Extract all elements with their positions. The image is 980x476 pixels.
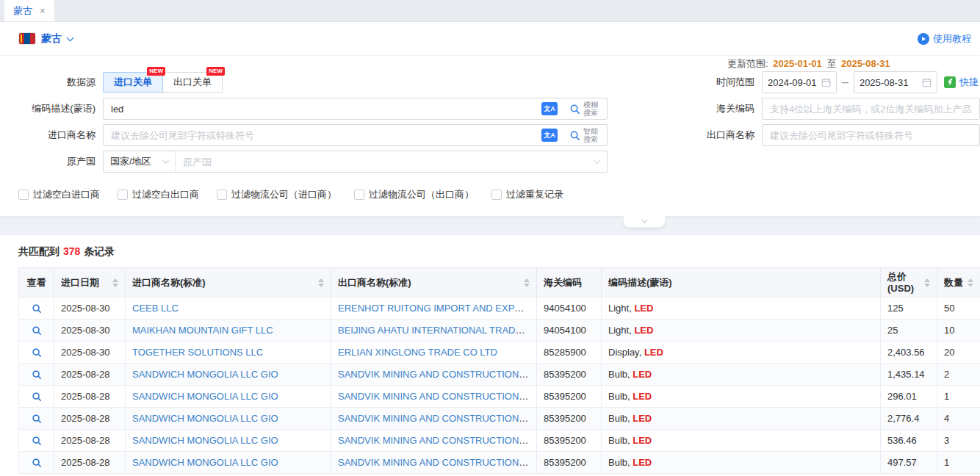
checkbox-label: 过滤物流公司（进口商） bbox=[231, 188, 336, 201]
checkbox-icon[interactable] bbox=[18, 190, 29, 200]
importer-link[interactable]: CEEB LLC bbox=[132, 303, 179, 314]
filter-checkbox[interactable]: 过滤重复记录 bbox=[491, 188, 563, 201]
code-desc-input[interactable] bbox=[104, 104, 541, 115]
sort-icon[interactable] bbox=[968, 278, 973, 287]
import-date-cell: 2025-08-28 bbox=[54, 430, 126, 452]
checkbox-icon[interactable] bbox=[491, 190, 502, 200]
sort-icon[interactable] bbox=[924, 278, 930, 287]
page-tab[interactable]: 蒙古 × bbox=[4, 0, 54, 21]
smart-search-label: 智能搜索 bbox=[583, 127, 601, 143]
importer-cell: SANDWICH MONGOLIA LLC GIO bbox=[126, 364, 331, 386]
view-record-button[interactable] bbox=[32, 458, 42, 468]
chevron-down-icon[interactable] bbox=[67, 34, 74, 41]
view-cell bbox=[19, 430, 54, 452]
header-qty[interactable]: 数量 bbox=[937, 268, 980, 298]
view-record-button[interactable] bbox=[32, 369, 42, 380]
sort-icon[interactable] bbox=[524, 278, 530, 287]
code-desc-label: 编码描述(蒙语) bbox=[0, 102, 103, 115]
translate-icon[interactable]: 文A bbox=[541, 102, 558, 115]
total-cell: 497.57 bbox=[881, 452, 937, 474]
header-import-date[interactable]: 进口日期 bbox=[54, 268, 126, 298]
importer-link[interactable]: SANDWICH MONGOLIA LLC GIO bbox=[132, 369, 278, 380]
importer-link[interactable]: SANDWICH MONGOLIA LLC GIO bbox=[132, 413, 278, 424]
filter-checkbox[interactable]: 过滤空白出口商 bbox=[118, 188, 199, 201]
desc-highlight: LED bbox=[633, 457, 652, 468]
tutorial-link[interactable]: 使用教程 bbox=[918, 32, 973, 46]
hs-code-cell: 85395200 bbox=[537, 452, 602, 474]
table-row: 2025-08-28SANDWICH MONGOLIA LLC GIOSANDV… bbox=[19, 386, 980, 408]
header-view: 查看 bbox=[19, 268, 54, 298]
filter-checkbox[interactable]: 过滤物流公司（出口商） bbox=[354, 188, 474, 201]
date-start-picker[interactable] bbox=[762, 71, 837, 93]
checkbox-icon[interactable] bbox=[217, 190, 227, 200]
filter-checkbox[interactable]: 过滤物流公司（进口商） bbox=[217, 188, 336, 201]
data-source-label: 数据源 bbox=[0, 76, 103, 89]
region-select[interactable]: 国家/地区 bbox=[104, 151, 176, 172]
close-icon[interactable]: × bbox=[40, 6, 46, 15]
view-cell bbox=[19, 320, 54, 342]
browser-tab-bar: 蒙古 × bbox=[0, 0, 980, 22]
importer-input[interactable] bbox=[104, 130, 541, 141]
results-table: 查看 进口日期 进口商名称(标准) 出口商名称(标准) 海关编码 编码描述(蒙语… bbox=[18, 267, 980, 474]
exporter-link[interactable]: ERLIAN XINGLONG TRADE CO LTD bbox=[338, 347, 497, 358]
view-record-button[interactable] bbox=[32, 392, 42, 402]
desc-cell: Bulb, LED bbox=[602, 430, 881, 452]
search-icon bbox=[32, 436, 42, 446]
view-record-button[interactable] bbox=[32, 414, 42, 424]
exporter-link[interactable]: SANDVIK MINING AND CONSTRUCTION L... bbox=[338, 457, 535, 468]
fuzzy-search-button[interactable]: 模糊搜索 bbox=[563, 98, 607, 119]
sort-icon[interactable] bbox=[112, 278, 118, 287]
region-select-value: 国家/地区 bbox=[110, 155, 151, 168]
importer-link[interactable]: MAIKHAN MOUNTAIN GIFT LLC bbox=[132, 325, 273, 336]
qty-cell: 4 bbox=[937, 408, 980, 430]
page: 蒙古 × 蒙古 使用教程 更新范围: 2025-01-01 至 2025-08-… bbox=[0, 0, 980, 476]
desc-highlight: LED bbox=[644, 347, 663, 358]
header-exporter[interactable]: 出口商名称(标准) bbox=[331, 268, 537, 298]
exporter-link[interactable]: BEIJING AHATU INTERNATIONAL TRADE C... bbox=[338, 325, 537, 336]
importer-link[interactable]: SANDWICH MONGOLIA LLC GIO bbox=[132, 435, 278, 446]
exporter-link[interactable]: SANDVIK MINING AND CONSTRUCTION L... bbox=[338, 369, 535, 380]
update-range-to: 至 bbox=[826, 58, 836, 69]
collapse-filters-button[interactable] bbox=[623, 216, 666, 228]
header-total[interactable]: 总价 (USD) bbox=[881, 268, 937, 298]
exporter-link[interactable]: SANDVIK MINING AND CONSTRUCTION L... bbox=[338, 413, 535, 424]
importer-link[interactable]: TOGETHER SOLUTIONS LLC bbox=[132, 347, 263, 358]
view-record-button[interactable] bbox=[32, 347, 42, 358]
exporter-link[interactable]: SANDVIK MINING AND CONSTRUCTION L... bbox=[338, 391, 535, 402]
view-record-button[interactable] bbox=[32, 436, 42, 446]
country-selector-label[interactable]: 蒙古 bbox=[41, 32, 62, 46]
translate-icon[interactable]: 文A bbox=[541, 129, 558, 142]
date-start-input[interactable] bbox=[768, 77, 818, 88]
header-importer[interactable]: 进口商名称(标准) bbox=[126, 268, 331, 298]
view-record-button[interactable] bbox=[32, 303, 42, 314]
importer-link[interactable]: SANDWICH MONGOLIA LLC GIO bbox=[132, 391, 278, 402]
importer-link[interactable]: SANDWICH MONGOLIA LLC GIO bbox=[132, 457, 278, 468]
desc-highlight: LED bbox=[634, 303, 653, 314]
quick-select-button[interactable]: 快捷 bbox=[944, 76, 979, 89]
view-record-button[interactable] bbox=[32, 325, 42, 336]
hs-code-group bbox=[762, 98, 980, 120]
date-end-input[interactable] bbox=[860, 77, 919, 88]
exporter-input[interactable] bbox=[763, 130, 979, 141]
filter-checkbox[interactable]: 过滤空白进口商 bbox=[18, 188, 100, 201]
smart-search-button[interactable]: 智能搜索 bbox=[563, 125, 607, 145]
checkbox-icon[interactable] bbox=[118, 190, 128, 200]
importer-cell: TOGETHER SOLUTIONS LLC bbox=[126, 342, 331, 364]
hs-code-input[interactable] bbox=[763, 104, 979, 115]
desc-cell: Light, LED bbox=[602, 298, 881, 320]
total-cell: 1,435.14 bbox=[881, 364, 937, 386]
exporter-link[interactable]: ERENHOT RUITONG IMPORT AND EXPORT ... bbox=[338, 303, 537, 314]
exporter-link[interactable]: SANDVIK MINING AND CONSTRUCTION L... bbox=[338, 435, 535, 446]
update-range-start: 2025-01-01 bbox=[773, 58, 822, 69]
sort-icon[interactable] bbox=[318, 278, 324, 287]
date-end-picker[interactable] bbox=[854, 71, 937, 93]
desc-cell: Bulb, LED bbox=[602, 386, 881, 408]
origin-input[interactable] bbox=[176, 156, 594, 167]
tab-export-declarations[interactable]: 出口关单 NEW bbox=[162, 72, 223, 93]
hs-code-cell: 85395200 bbox=[537, 386, 602, 408]
summary-suffix: 条记录 bbox=[84, 245, 115, 257]
table-row: 2025-08-30MAIKHAN MOUNTAIN GIFT LLCBEIJI… bbox=[19, 320, 980, 342]
tab-import-declarations[interactable]: 进口关单 NEW bbox=[103, 72, 163, 93]
checkbox-icon[interactable] bbox=[354, 190, 364, 200]
desc-text: Bulb, bbox=[608, 435, 633, 446]
